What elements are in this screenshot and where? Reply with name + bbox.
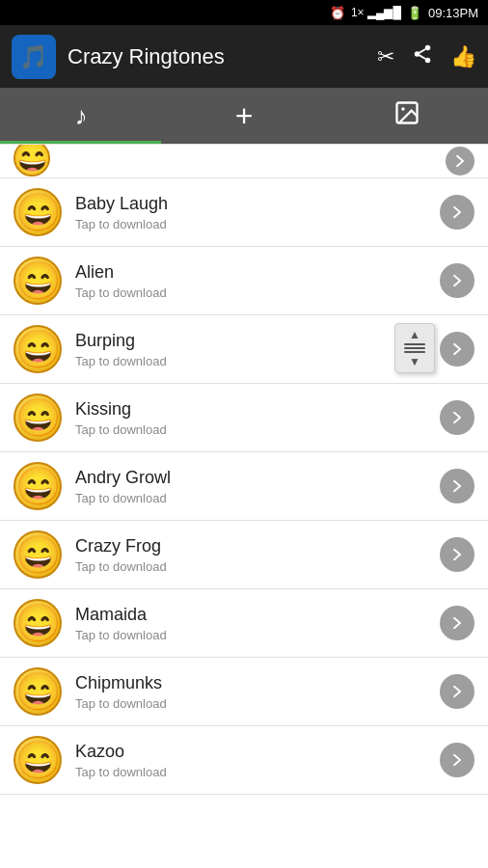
- chevron-btn-4[interactable]: [440, 400, 474, 435]
- svg-point-2: [425, 58, 431, 63]
- list-item[interactable]: Kissing Tap to download: [0, 384, 488, 452]
- ringtone-info-2: Alien Tap to download: [75, 262, 426, 300]
- battery-icon: 🔋: [407, 6, 422, 20]
- list-item-burping[interactable]: Burping Tap to download ▲ ▼: [0, 315, 488, 384]
- ringtone-info-7: Mamaida Tap to download: [75, 605, 426, 642]
- ringtone-name-8: Chipmunks: [75, 673, 426, 693]
- list-item[interactable]: Crazy Frog Tap to download: [0, 521, 488, 589]
- chevron-partial[interactable]: [446, 147, 474, 176]
- scroll-up-arrow[interactable]: ▲: [409, 329, 420, 340]
- svg-line-4: [420, 49, 425, 53]
- list-item-partial[interactable]: [0, 144, 488, 178]
- ringtone-emoji-partial: [14, 144, 50, 176]
- status-bar: ⏰ 1× ▂▄▆█ 🔋 09:13PM: [0, 0, 488, 25]
- ringtone-emoji-7: [14, 599, 62, 647]
- time-display: 09:13PM: [428, 6, 478, 20]
- ringtone-info-6: Crazy Frog Tap to download: [75, 536, 426, 574]
- ringtone-sub-1: Tap to download: [75, 217, 426, 231]
- ringtone-emoji-2: [14, 257, 62, 305]
- list-item[interactable]: Andry Growl Tap to download: [0, 452, 488, 521]
- scroll-lines: [404, 343, 425, 353]
- ringtone-emoji-3: [14, 325, 62, 373]
- ringtone-info-1: Baby Laugh Tap to download: [75, 194, 426, 231]
- chevron-btn-2[interactable]: [440, 263, 474, 298]
- ringtone-sub-8: Tap to download: [75, 696, 426, 711]
- ringtone-sub-3: Tap to download: [75, 354, 426, 368]
- ringtone-sub-5: Tap to download: [75, 491, 426, 505]
- ringtone-name-3: Burping: [75, 331, 426, 351]
- ringtone-sub-6: Tap to download: [75, 559, 426, 574]
- ringtone-name-9: Kazoo: [75, 742, 426, 762]
- ringtone-name-2: Alien: [75, 262, 426, 283]
- scroll-line: [404, 347, 425, 349]
- ringtone-list: Baby Laugh Tap to download Alien Tap to …: [0, 144, 488, 868]
- app-title: Crazy Ringtones: [68, 44, 366, 69]
- chevron-btn-6[interactable]: [440, 537, 474, 572]
- list-item[interactable]: Mamaida Tap to download: [0, 589, 488, 658]
- ringtone-emoji-8: [14, 667, 62, 716]
- svg-point-0: [425, 45, 431, 51]
- ringtone-emoji-6: [14, 530, 62, 579]
- ringtone-name-1: Baby Laugh: [75, 194, 426, 214]
- plus-icon: +: [235, 98, 254, 134]
- thumbup-icon[interactable]: 👍: [450, 44, 476, 69]
- ringtone-emoji-4: [14, 393, 62, 442]
- ringtone-emoji-5: [14, 462, 62, 510]
- tab-image[interactable]: [325, 88, 488, 144]
- svg-point-1: [415, 51, 420, 57]
- app-logo: 🎵: [12, 35, 56, 79]
- ringtone-info-partial: [64, 160, 432, 163]
- chevron-btn-5[interactable]: [440, 469, 474, 503]
- ringtone-sub-7: Tap to download: [75, 628, 426, 642]
- scroll-down-arrow[interactable]: ▼: [409, 356, 420, 367]
- list-item[interactable]: Alien Tap to download: [0, 247, 488, 315]
- scroll-line: [404, 351, 425, 353]
- clock-icon: ⏰: [330, 6, 345, 20]
- ringtone-info-5: Andry Growl Tap to download: [75, 468, 426, 505]
- list-item[interactable]: Kazoo Tap to download: [0, 726, 488, 795]
- ringtone-info-9: Kazoo Tap to download: [75, 742, 426, 779]
- chevron-btn-7[interactable]: [440, 606, 474, 640]
- ringtone-name-6: Crazy Frog: [75, 536, 426, 556]
- ringtone-name-5: Andry Growl: [75, 468, 426, 488]
- ringtone-emoji-1: [14, 188, 62, 236]
- chevron-btn-3[interactable]: [440, 332, 474, 366]
- svg-point-6: [401, 107, 405, 111]
- tab-add[interactable]: +: [163, 88, 326, 144]
- list-item[interactable]: Chipmunks Tap to download: [0, 658, 488, 726]
- ringtone-info-4: Kissing Tap to download: [75, 399, 426, 437]
- ringtone-sub-2: Tap to download: [75, 285, 426, 300]
- app-header: 🎵 Crazy Ringtones ✂ 👍: [0, 25, 488, 88]
- ringtone-info-3: Burping Tap to download: [75, 331, 426, 368]
- ringtone-info-8: Chipmunks Tap to download: [75, 673, 426, 711]
- tab-music[interactable]: ♪: [0, 88, 163, 144]
- image-icon: [393, 99, 420, 133]
- scroll-popup[interactable]: ▲ ▼: [394, 323, 435, 373]
- list-item[interactable]: Baby Laugh Tap to download: [0, 178, 488, 247]
- scissors-icon[interactable]: ✂: [377, 44, 394, 69]
- scroll-line: [404, 343, 425, 345]
- ringtone-sub-9: Tap to download: [75, 765, 426, 779]
- chevron-btn-8[interactable]: [440, 674, 474, 709]
- music-note-icon: ♪: [75, 101, 88, 131]
- ringtone-sub-4: Tap to download: [75, 422, 426, 437]
- tab-bar: ♪ +: [0, 88, 488, 144]
- share-icon[interactable]: [412, 43, 433, 69]
- chevron-btn-1[interactable]: [440, 195, 474, 230]
- signal-icon: 1× ▂▄▆█: [351, 6, 401, 19]
- chevron-btn-9[interactable]: [440, 743, 474, 777]
- ringtone-emoji-9: [14, 736, 62, 784]
- svg-line-3: [420, 55, 425, 59]
- ringtone-name-4: Kissing: [75, 399, 426, 420]
- ringtone-name-7: Mamaida: [75, 605, 426, 625]
- header-actions: ✂ 👍: [377, 43, 476, 69]
